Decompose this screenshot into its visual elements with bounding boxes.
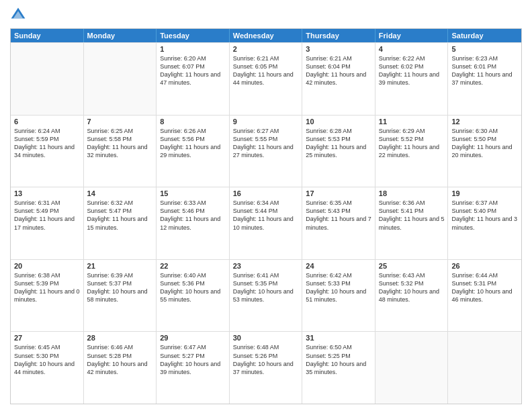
cell-info: Sunrise: 6:48 AM [233, 343, 299, 351]
calendar-row-1: 6Sunrise: 6:24 AMSunset: 5:59 PMDaylight… [11, 115, 521, 187]
day-number: 24 [306, 262, 371, 270]
cell-info: Sunset: 6:07 PM [160, 62, 226, 71]
cell-info: Sunrise: 6:41 AM [233, 271, 299, 279]
cell-info: Daylight: 11 hours and 20 minutes. [451, 143, 518, 159]
calendar-cell-10: 10Sunrise: 6:28 AMSunset: 5:53 PMDayligh… [302, 116, 375, 187]
cell-info: Daylight: 11 hours and 5 minutes. [379, 215, 445, 231]
cell-info: Sunset: 5:55 PM [233, 135, 299, 143]
cell-info: Sunset: 6:01 PM [451, 62, 518, 71]
day-number: 16 [233, 189, 299, 197]
cell-info: Daylight: 11 hours and 47 minutes. [160, 71, 226, 87]
cell-info: Sunrise: 6:33 AM [160, 199, 226, 207]
calendar-cell-22: 22Sunrise: 6:40 AMSunset: 5:36 PMDayligh… [157, 260, 230, 332]
cell-info: Daylight: 11 hours and 32 minutes. [87, 143, 153, 159]
cell-info: Daylight: 11 hours and 29 minutes. [160, 143, 226, 159]
calendar-cell-20: 20Sunrise: 6:38 AMSunset: 5:39 PMDayligh… [11, 260, 84, 332]
calendar-row-0: 1Sunrise: 6:20 AMSunset: 6:07 PMDaylight… [11, 42, 521, 115]
cell-info: Sunset: 5:28 PM [87, 352, 153, 360]
header [10, 7, 522, 23]
cell-info: Sunrise: 6:31 AM [14, 199, 80, 207]
calendar-cell-empty [375, 332, 449, 404]
calendar-cell-21: 21Sunrise: 6:39 AMSunset: 5:37 PMDayligh… [84, 260, 157, 332]
calendar-body: 1Sunrise: 6:20 AMSunset: 6:07 PMDaylight… [11, 42, 521, 404]
day-number: 13 [14, 189, 80, 197]
calendar-cell-30: 30Sunrise: 6:48 AMSunset: 5:26 PMDayligh… [230, 332, 303, 404]
calendar-cell-12: 12Sunrise: 6:30 AMSunset: 5:50 PMDayligh… [448, 116, 521, 187]
day-number: 5 [451, 45, 518, 53]
cell-info: Sunset: 5:50 PM [451, 135, 518, 143]
cell-info: Sunset: 5:27 PM [160, 352, 226, 360]
cell-info: Sunset: 5:46 PM [160, 207, 226, 215]
cell-info: Sunset: 5:35 PM [233, 279, 299, 287]
logo-icon [10, 7, 26, 23]
day-number: 12 [451, 118, 518, 126]
day-number: 6 [14, 118, 80, 126]
day-number: 4 [379, 45, 445, 53]
cell-info: Sunrise: 6:46 AM [87, 343, 153, 351]
day-number: 18 [379, 189, 445, 197]
cell-info: Sunrise: 6:22 AM [379, 54, 445, 62]
day-number: 11 [379, 118, 445, 126]
calendar-cell-empty [11, 43, 84, 115]
cell-info: Sunrise: 6:30 AM [451, 127, 518, 135]
calendar-cell-7: 7Sunrise: 6:25 AMSunset: 5:58 PMDaylight… [84, 116, 157, 187]
calendar-cell-29: 29Sunrise: 6:47 AMSunset: 5:27 PMDayligh… [157, 332, 230, 404]
cell-info: Daylight: 10 hours and 42 minutes. [87, 360, 153, 376]
cell-info: Daylight: 10 hours and 44 minutes. [14, 360, 80, 376]
header-day-tuesday: Tuesday [157, 29, 230, 42]
cell-info: Sunrise: 6:21 AM [306, 54, 371, 62]
cell-info: Daylight: 11 hours and 37 minutes. [451, 71, 518, 87]
day-number: 20 [14, 262, 80, 270]
cell-info: Sunset: 5:40 PM [451, 207, 518, 215]
logo [10, 7, 29, 23]
day-number: 10 [306, 118, 371, 126]
page: SundayMondayTuesdayWednesdayThursdayFrid… [0, 0, 532, 411]
cell-info: Sunrise: 6:43 AM [379, 271, 445, 279]
cell-info: Sunset: 5:25 PM [306, 352, 371, 360]
day-number: 3 [306, 45, 371, 53]
calendar-cell-25: 25Sunrise: 6:43 AMSunset: 5:32 PMDayligh… [375, 260, 449, 332]
cell-info: Daylight: 10 hours and 37 minutes. [233, 360, 299, 376]
cell-info: Sunset: 5:33 PM [306, 279, 371, 287]
day-number: 9 [233, 118, 299, 126]
cell-info: Sunrise: 6:36 AM [379, 199, 445, 207]
calendar-cell-9: 9Sunrise: 6:27 AMSunset: 5:55 PMDaylight… [230, 116, 303, 187]
cell-info: Daylight: 10 hours and 55 minutes. [160, 287, 226, 304]
calendar-header: SundayMondayTuesdayWednesdayThursdayFrid… [11, 29, 521, 42]
cell-info: Sunrise: 6:28 AM [306, 127, 371, 135]
cell-info: Sunset: 6:04 PM [306, 62, 371, 71]
cell-info: Sunset: 5:39 PM [14, 279, 80, 287]
day-number: 29 [160, 334, 226, 342]
day-number: 25 [379, 262, 445, 270]
cell-info: Sunrise: 6:27 AM [233, 127, 299, 135]
calendar-cell-8: 8Sunrise: 6:26 AMSunset: 5:56 PMDaylight… [157, 116, 230, 187]
calendar-cell-19: 19Sunrise: 6:37 AMSunset: 5:40 PMDayligh… [448, 187, 521, 259]
day-number: 17 [306, 189, 371, 197]
cell-info: Sunrise: 6:23 AM [451, 54, 518, 62]
cell-info: Sunset: 5:49 PM [14, 207, 80, 215]
cell-info: Daylight: 11 hours and 22 minutes. [379, 143, 445, 159]
calendar-cell-3: 3Sunrise: 6:21 AMSunset: 6:04 PMDaylight… [302, 43, 375, 115]
calendar-cell-17: 17Sunrise: 6:35 AMSunset: 5:43 PMDayligh… [302, 187, 375, 259]
cell-info: Sunset: 5:41 PM [379, 207, 445, 215]
cell-info: Daylight: 11 hours and 0 minutes. [14, 287, 80, 304]
day-number: 27 [14, 334, 80, 342]
calendar-cell-2: 2Sunrise: 6:21 AMSunset: 6:05 PMDaylight… [230, 43, 303, 115]
calendar-cell-16: 16Sunrise: 6:34 AMSunset: 5:44 PMDayligh… [230, 187, 303, 259]
cell-info: Sunset: 5:44 PM [233, 207, 299, 215]
day-number: 2 [233, 45, 299, 53]
cell-info: Sunrise: 6:24 AM [14, 127, 80, 135]
day-number: 30 [233, 334, 299, 342]
cell-info: Sunset: 5:59 PM [14, 135, 80, 143]
cell-info: Sunset: 5:58 PM [87, 135, 153, 143]
cell-info: Daylight: 10 hours and 51 minutes. [306, 287, 371, 304]
cell-info: Sunrise: 6:38 AM [14, 271, 80, 279]
cell-info: Daylight: 11 hours and 25 minutes. [306, 143, 371, 159]
header-day-thursday: Thursday [302, 29, 375, 42]
cell-info: Daylight: 11 hours and 39 minutes. [379, 71, 445, 87]
cell-info: Sunrise: 6:50 AM [306, 343, 371, 351]
cell-info: Sunset: 5:47 PM [87, 207, 153, 215]
cell-info: Sunset: 6:02 PM [379, 62, 445, 71]
cell-info: Daylight: 10 hours and 46 minutes. [451, 287, 518, 304]
calendar-cell-28: 28Sunrise: 6:46 AMSunset: 5:28 PMDayligh… [84, 332, 157, 404]
